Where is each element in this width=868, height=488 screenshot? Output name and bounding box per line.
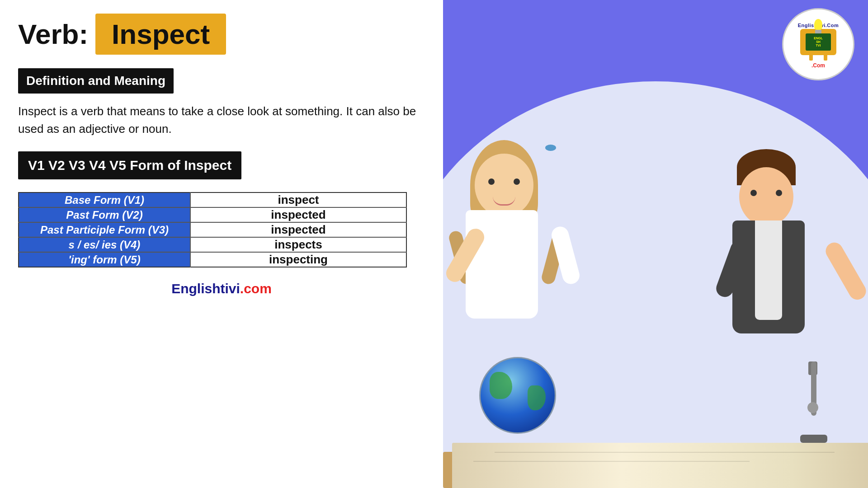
boy-shirt [755, 221, 782, 320]
right-panel: Englishtivi.Com ENGLSHTVI .Com [443, 0, 868, 488]
girl-figure [457, 140, 583, 465]
table-cell-value: inspects [190, 237, 406, 252]
definition-heading-box: Definition and Meaning [18, 68, 174, 94]
logo-screen-text: ENGLSHTVI [814, 37, 822, 47]
table-cell-label: s / es/ ies (V4) [19, 237, 190, 252]
table-cell-label: Past Participle Form (V3) [19, 222, 190, 237]
logo-tv-body: ENGLSHTVI [800, 29, 836, 55]
logo-leg-right [824, 54, 827, 61]
table-cell-value: inspected [190, 222, 406, 237]
table-row: Past Participle Form (V3) inspected [19, 222, 406, 237]
verb-title-text: Inspect [112, 19, 210, 50]
table-row: Base Form (V1) inspect [19, 192, 406, 207]
logo-circle: Englishtivi.Com ENGLSHTVI .Com [782, 8, 854, 80]
table-cell-value: inspect [190, 192, 406, 207]
forms-heading-box: V1 V2 V3 V4 V5 Form of Inspect [18, 151, 241, 179]
definition-heading-text: Definition and Meaning [26, 74, 165, 88]
table-row: Past Form (V2) inspected [19, 207, 406, 222]
girl-bow [545, 145, 556, 151]
footer-brand: Englishtivi.com [18, 281, 425, 296]
boy-face [739, 167, 793, 226]
logo-bulb [814, 19, 822, 33]
table-cell-label: Base Form (V1) [19, 192, 190, 207]
boy-eye-right [776, 190, 782, 196]
verb-prefix-label: Verb: [18, 18, 88, 50]
table-cell-label: Past Form (V2) [19, 207, 190, 222]
definition-body: Inspect is a verb that means to take a c… [18, 103, 425, 138]
verb-title-box: Inspect [95, 14, 226, 55]
verb-forms-table: Base Form (V1) inspect Past Form (V2) in… [18, 192, 407, 267]
boy-figure [714, 149, 859, 465]
brand-blue-text: Englishtivi [171, 281, 240, 296]
logo-bottom-text: .Com [811, 62, 825, 69]
logo-tv-screen: ENGLSHTVI [806, 33, 831, 51]
girl-eye-left [488, 178, 495, 185]
table-row: s / es/ ies (V4) inspects [19, 237, 406, 252]
boy-eye-left [750, 190, 757, 196]
girl-face [475, 154, 533, 217]
table-cell-label: 'ing' form (V5) [19, 252, 190, 267]
logo-leg-left [809, 54, 813, 61]
left-panel: Verb: Inspect Definition and Meaning Ins… [0, 0, 443, 488]
girl-eye-right [514, 178, 520, 185]
forms-heading-text: V1 V2 V3 V4 V5 Form of Inspect [28, 158, 231, 173]
table-cell-value: inspecting [190, 252, 406, 267]
girl-mouth [493, 197, 515, 206]
boy-body [732, 221, 805, 333]
girl-body [466, 210, 538, 319]
table-cell-value: inspected [190, 207, 406, 222]
brand-red-text: .com [240, 281, 272, 296]
table-row: 'ing' form (V5) inspecting [19, 252, 406, 267]
verb-header: Verb: Inspect [18, 14, 425, 55]
